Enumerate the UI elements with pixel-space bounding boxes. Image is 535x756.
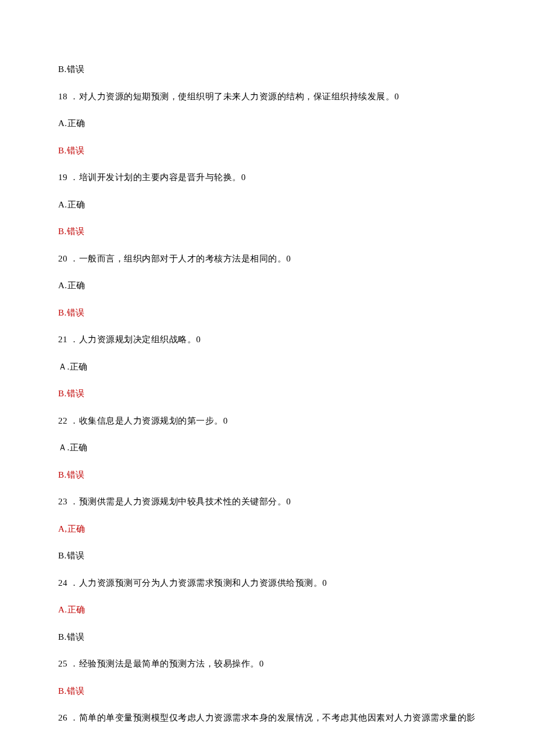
option: A.正确 xyxy=(58,198,477,212)
option-text: A,正确 xyxy=(58,524,85,533)
document-body: B.错误18 ．对人力资源的短期预测，使组织明了未来人力资源的结构，保证组织持续… xyxy=(58,63,477,725)
question-text: ．经验预测法是最简单的预测方法，较易操作。0 xyxy=(67,659,264,668)
option-text: B.错误 xyxy=(58,551,85,560)
question-number: 26 xyxy=(58,713,67,722)
question-line: 20 ．一般而言，组织内部对于人才的考核方法是相同的。0 xyxy=(58,252,477,266)
option-text: B.错误 xyxy=(58,632,85,642)
answer-option: B.错误 xyxy=(58,306,477,320)
option-text: Ａ.正确 xyxy=(58,362,88,371)
option: A.正确 xyxy=(58,117,477,130)
question-number: 24 xyxy=(58,578,67,587)
answer-option: B.错误 xyxy=(58,387,477,400)
question-text: ．对人力资源的短期预测，使组织明了未来人力资源的结构，保证组织持续发展。0 xyxy=(67,92,399,101)
question-text: ．培训开发计划的主要内容是晋升与轮换。0 xyxy=(67,173,246,182)
question-line: 19 ．培训开发计划的主要内容是晋升与轮换。0 xyxy=(58,171,477,184)
option-text: B.错误 xyxy=(58,686,85,696)
answer-option: A,正确 xyxy=(58,522,477,536)
question-line: 24 ．人力资源预测可分为人力资源需求预测和人力资源供给预测。0 xyxy=(58,576,477,590)
answer-option: A.正确 xyxy=(58,603,477,617)
question-number: 23 xyxy=(58,497,67,506)
answer-option: B.错误 xyxy=(58,685,477,698)
question-text: ．简单的单变量预测模型仅考虑人力资源需求本身的发展情况，不考虑其他因素对人力资源… xyxy=(67,713,476,722)
answer-option: B.错误 xyxy=(58,468,477,482)
question-text: ．一般而言，组织内部对于人才的考核方法是相同的。0 xyxy=(67,254,291,263)
option-text: B.错误 xyxy=(58,227,85,236)
question-text: ．人力资源预测可分为人力资源需求预测和人力资源供给预测。0 xyxy=(67,578,327,587)
question-line: 23 ．预测供需是人力资源规划中较具技术性的关键部分。0 xyxy=(58,495,477,508)
question-text: ．预测供需是人力资源规划中较具技术性的关键部分。0 xyxy=(67,497,291,506)
option: B.错误 xyxy=(58,63,477,76)
option-text: B.错误 xyxy=(58,470,85,479)
question-text: ．收集信息是人力资源规划的第一步。0 xyxy=(67,416,228,425)
option: B.错误 xyxy=(58,549,477,562)
option: Ａ.正确 xyxy=(58,441,477,454)
question-number: 22 xyxy=(58,416,67,425)
question-number: 21 xyxy=(58,335,67,344)
option-text: A.正确 xyxy=(58,119,85,128)
question-number: 18 xyxy=(58,92,67,101)
question-number: 25 xyxy=(58,659,67,668)
question-line: 25 ．经验预测法是最简单的预测方法，较易操作。0 xyxy=(58,657,477,671)
answer-option: B.错误 xyxy=(58,144,477,157)
question-line: 22 ．收集信息是人力资源规划的第一步。0 xyxy=(58,414,477,428)
option-text: A.正确 xyxy=(58,200,85,209)
question-number: 19 xyxy=(58,173,67,182)
question-text: ．人力资源规划决定组织战略。0 xyxy=(67,335,201,344)
option-text: B.错误 xyxy=(58,308,85,317)
option: B.错误 xyxy=(58,630,477,644)
answer-option: B.错误 xyxy=(58,225,477,238)
question-line: 26 ．简单的单变量预测模型仅考虑人力资源需求本身的发展情况，不考虑其他因素对人… xyxy=(58,711,477,725)
option-text: Ａ.正确 xyxy=(58,443,88,452)
option-text: A.正确 xyxy=(58,605,85,614)
option-text: A.正确 xyxy=(58,281,85,290)
option-text: B.错误 xyxy=(58,65,85,74)
option-text: B.错误 xyxy=(58,389,85,398)
option: Ａ.正确 xyxy=(58,360,477,374)
option: A.正确 xyxy=(58,279,477,292)
question-number: 20 xyxy=(58,254,67,263)
question-line: 21 ．人力资源规划决定组织战略。0 xyxy=(58,333,477,346)
option-text: B.错误 xyxy=(58,146,85,155)
question-line: 18 ．对人力资源的短期预测，使组织明了未来人力资源的结构，保证组织持续发展。0 xyxy=(58,90,477,103)
